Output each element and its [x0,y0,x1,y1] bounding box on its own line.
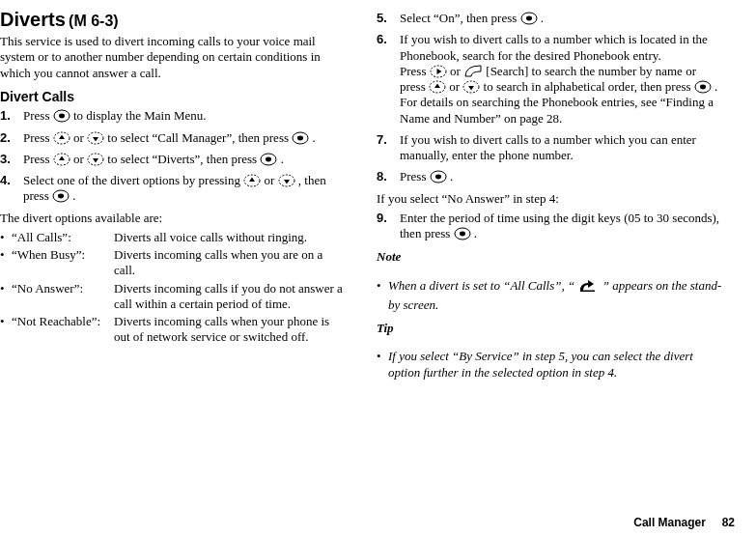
step-text: or [73,130,87,145]
steps-right: 5. Select “On”, then press . 6. If you w… [377,11,722,185]
step-text: Enter the period of time using the digit… [400,211,719,240]
center-button-icon [260,153,277,166]
step-text: Press [400,169,430,183]
center-button-icon [53,109,70,123]
center-button-icon [694,80,712,94]
option-desc: Diverts all voice calls without ringing. [114,230,346,245]
step-number: 9. [377,211,400,242]
conditional-text: If you select “No Answer” in step 4: [377,191,722,207]
step-text: or [73,152,87,166]
option-desc: Diverts incoming calls if you do not ans… [114,281,346,313]
tip-item: • If you select “By Service” in step 5, … [377,349,722,381]
step-text: to display the Main Menu. [73,108,207,123]
step-body: Press to display the Main Menu. [23,108,346,124]
column-right: 5. Select “On”, then press . 6. If you w… [377,8,722,382]
svg-rect-25 [580,290,595,292]
option-all-calls: • “All Calls”: Diverts all voice calls w… [0,230,346,245]
svg-point-20 [700,85,706,90]
page-title-code: (M 6-3) [69,13,119,29]
steps-left: 1. Press to display the Main Menu. 2. Pr… [0,108,346,204]
step-body: If you wish to divert calls to a number … [400,32,722,127]
columns: Diverts (M 6-3) This service is used to … [0,8,739,382]
step-text: . [281,152,284,166]
step-2: 2. Press or to select “Call Manager”, th… [0,130,346,146]
up-icon [53,131,70,145]
option-no-answer: • “No Answer”: Diverts incoming calls if… [0,281,346,313]
step-9: 9. Enter the period of time using the di… [377,211,722,242]
center-button-icon [454,227,471,240]
step-body: Enter the period of time using the digit… [400,211,722,242]
center-button-icon [292,131,309,145]
step-number: 3. [0,152,23,167]
step-text: to select “Call Manager”, then press [107,130,292,145]
step-number: 2. [0,130,23,146]
step-1: 1. Press to display the Main Menu. [0,108,346,124]
step-number: 4. [0,173,23,205]
step-8: 8. Press . [377,169,722,184]
center-button-icon [52,189,70,203]
svg-point-5 [297,135,303,140]
option-label: “When Busy”: [12,247,114,279]
option-desc: Diverts incoming calls when your phone i… [114,314,346,346]
step-7: 7. If you wish to divert calls to a numb… [377,132,722,164]
options-intro: The divert options available are: [0,211,346,226]
step-text: to select “Diverts”, then press [107,152,260,166]
step-text: . [72,188,75,203]
down-icon [462,80,480,94]
svg-point-24 [460,232,465,237]
step-text: Select one of the divert options by pres… [23,173,243,187]
down-icon [87,131,104,145]
note-item: • When a divert is set to “All Calls”, “… [377,278,722,314]
step-body: Press or to select “Call Manager”, then … [23,130,346,146]
title-line: Diverts (M 6-3) [0,8,346,32]
option-label: “No Answer”: [12,281,114,313]
step-3: 3. Press or to select “Diverts”, then pr… [0,152,346,167]
bullet-icon: • [0,230,12,245]
step-6: 6. If you wish to divert calls to a numb… [377,32,722,127]
option-not-reachable: • “Not Reachable”: Diverts incoming call… [0,314,346,346]
up-icon [243,174,261,187]
up-icon [429,80,446,94]
option-when-busy: • “When Busy”: Diverts incoming calls wh… [0,247,346,279]
center-button-icon [430,170,447,183]
steps-right-2: 9. Enter the period of time using the di… [377,211,722,242]
subheading: Divert Calls [0,89,346,106]
tip-text: If you select “By Service” in step 5, yo… [388,349,722,381]
options-list: • “All Calls”: Diverts all voice calls w… [0,230,346,346]
step-5: 5. Select “On”, then press . [377,11,722,26]
step-number: 5. [377,11,400,26]
divert-icon [577,278,599,297]
note-text: When a divert is set to “All Calls”, “ ”… [388,278,722,314]
step-body: Select “On”, then press . [400,11,722,26]
step-text: or [450,64,463,78]
step-text: to search in alphabetical order, then pr… [484,79,694,94]
option-desc: Diverts incoming calls when you are on a… [114,247,346,279]
step-text: . [450,169,453,183]
svg-point-9 [266,156,271,161]
step-text: Press [400,64,430,78]
up-icon [53,153,70,166]
right-icon [430,65,447,78]
step-text: . [474,226,477,240]
step-text: or [449,79,462,94]
note-part: When a divert is set to “All Calls”, “ [388,278,574,293]
bullet-icon: • [0,247,12,279]
bullet-icon: • [377,349,388,381]
bullet-icon: • [377,278,388,314]
center-button-icon [520,12,538,25]
svg-point-22 [435,175,441,180]
softkey-left-icon [463,64,483,78]
step-body: Select one of the divert options by pres… [23,173,346,205]
svg-point-15 [526,16,532,21]
down-icon [87,153,104,166]
column-left: Diverts (M 6-3) This service is used to … [0,8,346,382]
footer-label: Call Manager [633,516,706,529]
svg-point-1 [59,114,65,119]
step-text: or [264,173,277,187]
step-body: Press . [400,169,722,184]
step-text: . [541,11,544,25]
step-text: Select “On”, then press [400,11,520,25]
step-4: 4. Select one of the divert options by p… [0,173,346,205]
step-number: 7. [377,132,400,164]
page-title: Diverts [0,9,66,30]
